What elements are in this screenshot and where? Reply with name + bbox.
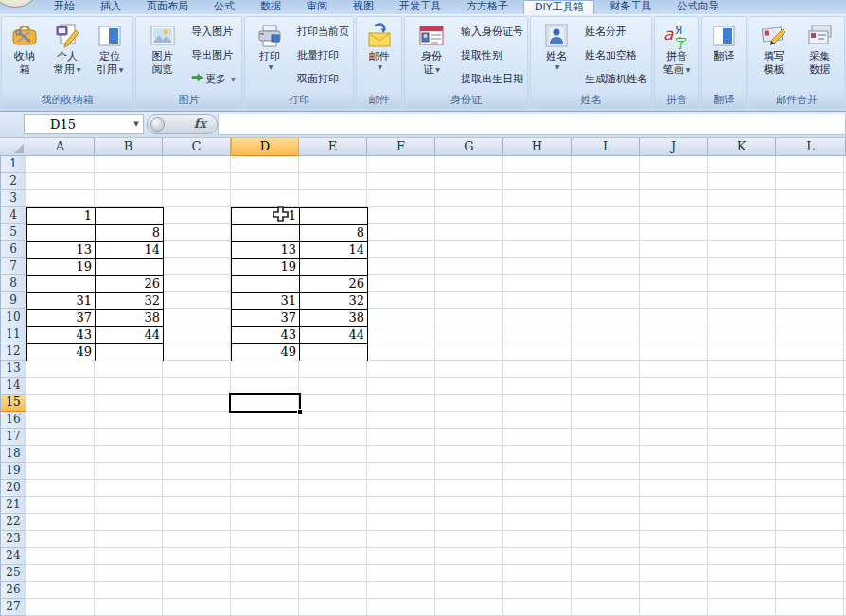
row-header-6[interactable]: 6	[0, 241, 26, 258]
name-box[interactable]: D15	[24, 114, 144, 134]
row-header-2[interactable]: 2	[0, 173, 26, 190]
row-header-5[interactable]: 5	[0, 224, 26, 241]
ribbon-button[interactable]: 翻译	[704, 19, 744, 93]
ribbon-tab[interactable]: DIY工具箱	[523, 0, 594, 14]
column-header-J[interactable]: J	[640, 138, 708, 156]
cell[interactable]: 31	[27, 293, 96, 310]
row-header-24[interactable]: 24	[0, 548, 26, 565]
row-header-14[interactable]: 14	[0, 378, 26, 395]
row-header-11[interactable]: 11	[0, 326, 26, 343]
column-header-I[interactable]: I	[572, 138, 640, 156]
cell[interactable]: 31	[232, 293, 300, 310]
column-header-B[interactable]: B	[95, 138, 163, 156]
column-header-F[interactable]: F	[367, 138, 435, 156]
ribbon-tab[interactable]: 插入	[90, 0, 132, 14]
row-header-21[interactable]: 21	[0, 497, 26, 514]
ribbon-button[interactable]: 提取性别	[459, 48, 523, 63]
row-header-4[interactable]: 4	[0, 207, 26, 224]
cell[interactable]	[96, 259, 164, 276]
cell[interactable]: 14	[96, 242, 164, 259]
cell[interactable]	[300, 344, 368, 361]
cell[interactable]: 19	[27, 259, 96, 276]
active-cell-selection[interactable]	[229, 393, 301, 413]
ribbon-tab[interactable]: 方方格子	[456, 0, 519, 14]
cell[interactable]: 32	[300, 293, 368, 310]
cell[interactable]: 43	[232, 327, 300, 344]
ribbon-button[interactable]: 身份证▼	[407, 19, 456, 93]
ribbon-button[interactable]: 打印▼	[247, 19, 292, 93]
ribbon-button[interactable]: 填写模板	[751, 19, 797, 93]
row-header-19[interactable]: 19	[0, 463, 26, 480]
cell[interactable]: 19	[232, 259, 300, 276]
ribbon-button[interactable]: 双面打印	[295, 72, 349, 87]
ribbon-button[interactable]: 邮件▼	[359, 19, 399, 93]
row-header-23[interactable]: 23	[0, 531, 26, 548]
ribbon-tab[interactable]: 开发工具	[389, 0, 451, 14]
cell[interactable]: 38	[96, 310, 164, 327]
cell[interactable]	[27, 276, 96, 293]
cell[interactable]: 37	[27, 310, 96, 327]
ribbon-tab[interactable]: 公式向导	[666, 0, 729, 14]
column-header-D[interactable]: D	[231, 138, 299, 156]
row-header-10[interactable]: 10	[0, 309, 26, 326]
ribbon-button[interactable]: 导入图片	[189, 25, 238, 40]
column-header-G[interactable]: G	[435, 138, 503, 156]
row-header-1[interactable]: 1	[0, 156, 26, 173]
cell[interactable]: 1	[27, 208, 96, 225]
ribbon-button[interactable]: 导出图片	[189, 48, 238, 63]
cell[interactable]: 26	[96, 276, 164, 293]
ribbon-button[interactable]: 提取出生日期	[459, 72, 523, 87]
ribbon-tab[interactable]: 页面布局	[136, 0, 199, 14]
row-header-20[interactable]: 20	[0, 480, 26, 497]
cell[interactable]: 8	[96, 225, 164, 242]
ribbon-tab[interactable]: 公式	[203, 0, 245, 14]
cell[interactable]	[300, 208, 368, 225]
column-header-H[interactable]: H	[503, 138, 572, 156]
row-header-26[interactable]: 26	[0, 582, 26, 599]
insert-function-icon[interactable]: fx	[194, 116, 206, 131]
row-header-7[interactable]: 7	[0, 258, 26, 275]
ribbon-button[interactable]: 批量打印	[295, 48, 349, 63]
cell[interactable]: 8	[300, 225, 368, 242]
ribbon-tab[interactable]: 数据	[250, 0, 291, 14]
row-header-25[interactable]: 25	[0, 565, 26, 582]
cell[interactable]	[232, 276, 300, 293]
ribbon-button[interactable]: 图片阅览	[138, 19, 186, 93]
ribbon-button[interactable]: 打印当前页	[295, 25, 349, 40]
cell[interactable]: 26	[300, 276, 368, 293]
ribbon-button[interactable]: 个人常用▼	[46, 19, 88, 93]
cell[interactable]: 49	[232, 344, 300, 361]
cell[interactable]: 38	[300, 310, 368, 327]
cell[interactable]	[27, 225, 96, 242]
row-header-16[interactable]: 16	[0, 412, 26, 429]
row-header-18[interactable]: 18	[0, 446, 26, 463]
row-header-17[interactable]: 17	[0, 429, 26, 446]
ribbon-button[interactable]: 采集数据	[798, 19, 843, 93]
row-header-15[interactable]: 15	[0, 395, 26, 412]
ribbon-button[interactable]: 姓名加空格	[583, 48, 647, 63]
name-box-dropdown-icon[interactable]: ▼	[129, 114, 144, 134]
cell[interactable]: 44	[300, 327, 368, 344]
cell[interactable]: 32	[96, 293, 164, 310]
ribbon-button[interactable]: 输入身份证号	[459, 25, 523, 40]
ribbon-button[interactable]: 生成随机姓名	[583, 72, 647, 87]
cell[interactable]: 49	[27, 344, 96, 361]
cell[interactable]: 44	[96, 327, 164, 344]
ribbon-button[interactable]: 收纳箱	[4, 19, 45, 93]
row-header-27[interactable]: 27	[0, 599, 26, 616]
ribbon-button[interactable]: 更多▼	[189, 72, 238, 87]
cell[interactable]: 13	[27, 242, 96, 259]
ribbon-tab[interactable]: 视图	[343, 0, 384, 14]
cell[interactable]: 37	[232, 310, 300, 327]
column-header-A[interactable]: A	[26, 138, 95, 156]
office-button[interactable]	[0, 0, 36, 8]
column-header-E[interactable]: E	[299, 138, 367, 156]
row-header-22[interactable]: 22	[0, 514, 26, 531]
ribbon-tab[interactable]: 开始	[44, 0, 85, 14]
fill-handle[interactable]	[297, 409, 302, 414]
cell[interactable]	[300, 259, 368, 276]
cell[interactable]: 43	[27, 327, 96, 344]
row-header-3[interactable]: 3	[0, 190, 26, 207]
select-all-corner[interactable]	[0, 138, 26, 156]
cell[interactable]: 14	[300, 242, 368, 259]
